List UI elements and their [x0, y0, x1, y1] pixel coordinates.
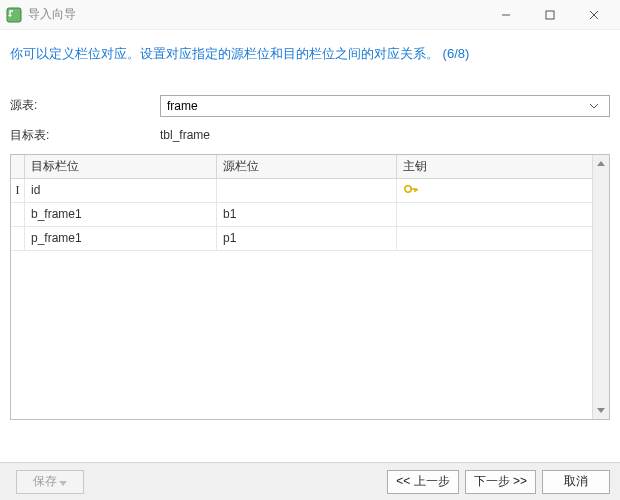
- chevron-down-icon: [59, 475, 67, 489]
- save-button: 保存: [16, 470, 84, 494]
- grid-header-target[interactable]: 目标栏位: [25, 155, 217, 178]
- minimize-button[interactable]: [484, 0, 528, 30]
- cell-source[interactable]: p1: [217, 227, 397, 250]
- grid-header-key[interactable]: 主钥: [397, 155, 592, 178]
- instruction-text: 你可以定义栏位对应。设置对应指定的源栏位和目的栏位之间的对应关系。 (6/8): [10, 44, 610, 65]
- grid-header-handle: [11, 155, 25, 178]
- row-cursor-icon: I: [11, 179, 25, 202]
- table-row[interactable]: I id: [11, 179, 592, 203]
- cell-key[interactable]: [397, 179, 592, 202]
- target-table-value: tbl_frame: [160, 128, 210, 142]
- grid-header-source[interactable]: 源栏位: [217, 155, 397, 178]
- cell-source[interactable]: [217, 179, 397, 202]
- titlebar: 导入向导: [0, 0, 620, 30]
- next-button-label: 下一步 >>: [474, 473, 527, 490]
- window-title: 导入向导: [28, 6, 484, 23]
- button-bar: 保存 << 上一步 下一步 >> 取消: [0, 462, 620, 500]
- source-table-value: frame: [167, 99, 198, 113]
- row-handle: [11, 203, 25, 226]
- vertical-scrollbar[interactable]: [592, 155, 609, 419]
- cell-key[interactable]: [397, 227, 592, 250]
- maximize-button[interactable]: [528, 0, 572, 30]
- prev-button-label: << 上一步: [396, 473, 449, 490]
- target-table-label: 目标表:: [10, 127, 160, 144]
- row-handle: [11, 227, 25, 250]
- cell-target[interactable]: id: [25, 179, 217, 202]
- close-button[interactable]: [572, 0, 616, 30]
- cell-source[interactable]: b1: [217, 203, 397, 226]
- cancel-button[interactable]: 取消: [542, 470, 610, 494]
- cell-target[interactable]: p_frame1: [25, 227, 217, 250]
- cancel-button-label: 取消: [564, 473, 588, 490]
- prev-button[interactable]: << 上一步: [387, 470, 458, 494]
- cell-target[interactable]: b_frame1: [25, 203, 217, 226]
- scroll-up-icon[interactable]: [593, 155, 609, 172]
- svg-rect-2: [546, 11, 554, 19]
- source-table-label: 源表:: [10, 97, 160, 114]
- next-button[interactable]: 下一步 >>: [465, 470, 536, 494]
- mapping-grid: 目标栏位 源栏位 主钥 I id: [10, 154, 610, 420]
- svg-point-5: [405, 186, 411, 192]
- grid-header-row: 目标栏位 源栏位 主钥: [11, 155, 592, 179]
- chevron-down-icon: [585, 96, 603, 116]
- key-icon: [403, 182, 419, 199]
- cell-key[interactable]: [397, 203, 592, 226]
- save-button-label: 保存: [33, 473, 57, 490]
- app-icon: [6, 7, 22, 23]
- table-row[interactable]: b_frame1 b1: [11, 203, 592, 227]
- scroll-down-icon[interactable]: [593, 402, 609, 419]
- table-row[interactable]: p_frame1 p1: [11, 227, 592, 251]
- source-table-select[interactable]: frame: [160, 95, 610, 117]
